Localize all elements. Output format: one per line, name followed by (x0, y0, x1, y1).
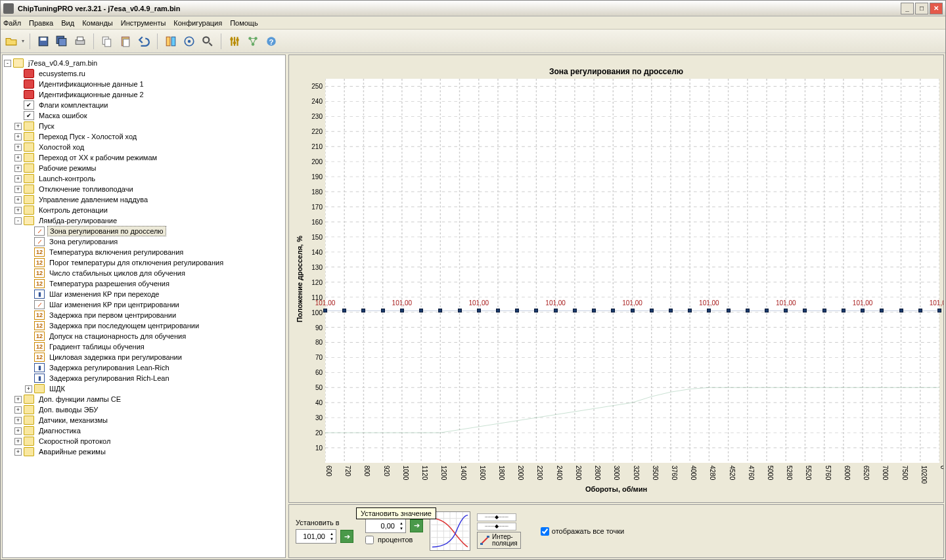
data-marker[interactable] (438, 309, 442, 312)
tree-node[interactable]: Идентификационные данные 2 (4, 89, 284, 100)
open-button[interactable] (3, 33, 19, 49)
tree-node[interactable]: 12Порог температуры для отключения регул… (4, 257, 284, 268)
data-marker[interactable] (419, 309, 423, 312)
data-marker[interactable] (477, 309, 481, 312)
tree-node[interactable]: 12Цикловая задержка при регулировании (4, 352, 284, 362)
tree-toggle[interactable]: + (14, 133, 22, 140)
data-marker[interactable] (669, 309, 673, 312)
interpolate-button[interactable]: Интер- поляция (477, 532, 521, 549)
menu-help[interactable]: Помощь (230, 19, 258, 27)
menu-tools[interactable]: Инструменты (121, 19, 166, 27)
tree-toggle[interactable] (25, 280, 32, 288)
print-button[interactable] (72, 33, 88, 49)
menu-edit[interactable]: Правка (29, 19, 53, 27)
data-marker[interactable] (765, 309, 769, 312)
tree-toggle[interactable] (25, 259, 32, 267)
tree-view[interactable]: -j7esa_v0.4.9_ram.binecusystems.ruИденти… (2, 54, 286, 558)
tree-toggle[interactable] (25, 343, 32, 351)
tree-toggle[interactable]: + (25, 385, 32, 393)
undo-button[interactable] (136, 33, 152, 49)
tree-node[interactable]: ⟋Шаг изменения КР при центрировании (4, 299, 284, 310)
tree-node[interactable]: +Переход от XX к рабочим режимам (4, 152, 284, 163)
menu-config[interactable]: Конфигурация (173, 19, 222, 27)
tree-node[interactable]: 12Градиент таблицы обучения (4, 341, 284, 352)
data-marker[interactable] (534, 309, 538, 312)
tree-toggle[interactable]: - (4, 60, 11, 67)
data-marker[interactable] (861, 309, 865, 312)
tree-node[interactable]: ✔Флаги комплектации (4, 100, 284, 110)
tree-toggle[interactable] (25, 322, 32, 330)
tree-node[interactable]: -j7esa_v0.4.9_ram.bin (4, 58, 284, 68)
tree-toggle[interactable]: + (14, 396, 22, 403)
tree-toggle[interactable]: + (14, 165, 22, 172)
data-marker[interactable] (400, 309, 404, 312)
data-marker[interactable] (554, 309, 558, 312)
tree-toggle[interactable] (25, 270, 32, 277)
tree-node[interactable]: +Рабочие режимы (4, 163, 284, 173)
tree-toggle[interactable]: + (14, 175, 22, 183)
data-marker[interactable] (918, 309, 922, 312)
tree-toggle[interactable]: + (14, 144, 22, 151)
tree-node[interactable]: +Контроль детонации (4, 205, 284, 215)
tree-toggle[interactable] (25, 354, 32, 361)
tree-node[interactable]: +Доп. функции лампы CE (4, 394, 284, 404)
data-marker[interactable] (458, 309, 462, 312)
menu-file[interactable]: Файл (3, 19, 21, 27)
tree-node[interactable]: -Лямбда-регулирование (4, 215, 284, 226)
tree-node[interactable]: ecusystems.ru (4, 68, 284, 79)
slider-1[interactable]: ┄┄┄◆┄┄┄ (477, 513, 516, 521)
tree-toggle[interactable] (14, 70, 22, 77)
tree-node[interactable]: ▮Задержка регулирования Rich-Lean (4, 373, 284, 383)
data-marker[interactable] (573, 309, 577, 312)
tree-toggle[interactable]: + (14, 123, 22, 130)
tree-node[interactable]: 12Число стабильных циклов для обучения (4, 268, 284, 278)
close-button[interactable]: ✕ (930, 3, 943, 14)
tree-toggle[interactable] (14, 102, 22, 109)
menu-view[interactable]: Вид (61, 19, 74, 27)
data-marker[interactable] (342, 309, 346, 312)
data-marker[interactable] (496, 309, 500, 312)
tree-node[interactable]: ✔Маска ошибок (4, 110, 284, 121)
data-marker[interactable] (611, 309, 615, 312)
tree-toggle[interactable]: + (14, 438, 22, 445)
tree-toggle[interactable]: + (14, 448, 22, 456)
tree-toggle[interactable]: + (14, 207, 22, 214)
tree-node[interactable]: +Переход Пуск - Холостой ход (4, 131, 284, 142)
tree-toggle[interactable] (14, 112, 22, 119)
tree-toggle[interactable]: + (14, 406, 22, 414)
data-marker[interactable] (650, 309, 654, 312)
help-button[interactable]: ? (263, 33, 279, 49)
data-marker[interactable] (688, 309, 692, 312)
tree-node[interactable]: ▮Шаг изменения КР при переходе (4, 289, 284, 299)
apply-button-1[interactable]: ➔ (340, 530, 353, 543)
data-marker[interactable] (707, 309, 711, 312)
data-marker[interactable] (822, 309, 826, 312)
tree-node[interactable]: ⟋Зона регулирования по дросселю (4, 226, 284, 236)
tree-toggle[interactable] (25, 333, 32, 340)
settings-button[interactable] (227, 33, 242, 49)
data-marker[interactable] (631, 309, 635, 312)
data-marker[interactable] (727, 309, 731, 312)
tree-node[interactable]: 12Температура разрешения обучения (4, 278, 284, 289)
tree-node[interactable]: +Скоростной протокол (4, 436, 284, 446)
tree-node[interactable]: +Отключение топливоподачи (4, 184, 284, 194)
tree-node[interactable]: +Пуск (4, 121, 284, 131)
apply-button-2[interactable]: ➔ (410, 519, 423, 532)
tree-toggle[interactable] (25, 301, 32, 309)
tree-toggle[interactable]: + (14, 427, 22, 435)
data-marker[interactable] (899, 309, 903, 312)
tree-toggle[interactable]: - (14, 217, 22, 225)
data-marker[interactable] (842, 309, 845, 312)
data-marker[interactable] (515, 309, 519, 312)
tree-node[interactable]: +ШДК (4, 383, 284, 394)
tree-toggle[interactable]: + (14, 154, 22, 162)
value-spinner-1[interactable]: ▲▼ (296, 529, 336, 544)
save-button[interactable] (35, 33, 51, 49)
minimize-button[interactable]: _ (901, 3, 914, 14)
show-all-checkbox[interactable] (541, 527, 549, 536)
slider-2[interactable]: ┄┄┄◆┄┄┄ (477, 523, 516, 530)
tree-node[interactable]: 12Температура включения регулирования (4, 247, 284, 257)
tree-node[interactable]: +Доп. выводы ЭБУ (4, 404, 284, 415)
maximize-button[interactable]: □ (915, 3, 928, 14)
data-marker[interactable] (323, 309, 327, 312)
